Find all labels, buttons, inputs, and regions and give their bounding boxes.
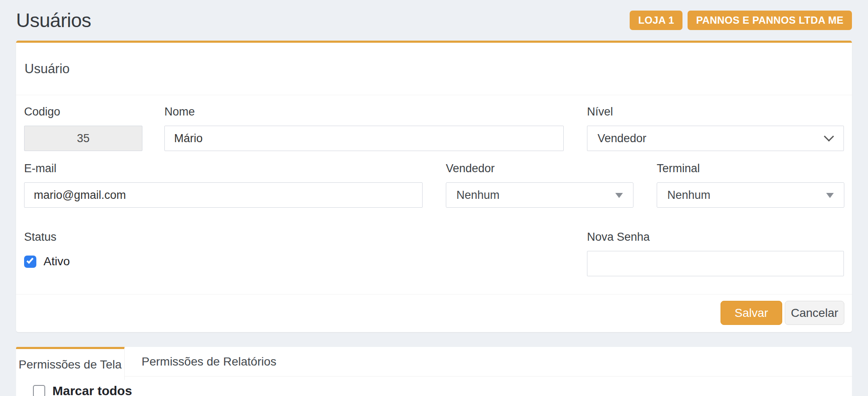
field-status: Status Ativo xyxy=(24,231,278,268)
status-label: Status xyxy=(24,231,278,244)
terminal-selected-value: Nenhum xyxy=(667,189,710,202)
tab-content-permissoes-de-tela: Marcar todos xyxy=(16,377,852,396)
nivel-select[interactable]: Vendedor xyxy=(587,126,844,151)
vendedor-label: Vendedor xyxy=(446,162,633,175)
codigo-input xyxy=(24,126,142,151)
select-all-checkbox[interactable] xyxy=(33,385,45,396)
email-label: E-mail xyxy=(24,162,423,175)
status-checkbox[interactable] xyxy=(24,256,36,268)
cancel-button[interactable]: Cancelar xyxy=(785,301,844,325)
store-badge-company[interactable]: PANNOS E PANNOS LTDA ME xyxy=(688,11,852,30)
terminal-select[interactable]: Nenhum xyxy=(657,182,844,208)
store-badges: LOJA 1 PANNOS E PANNOS LTDA ME xyxy=(630,11,852,30)
check-icon xyxy=(27,256,34,264)
field-codigo: Codigo xyxy=(24,105,142,151)
page-header: Usuários LOJA 1 PANNOS E PANNOS LTDA ME xyxy=(16,0,852,41)
status-ativo-checkbox-row[interactable]: Ativo xyxy=(24,255,278,268)
codigo-label: Codigo xyxy=(24,105,142,118)
select-all-label: Marcar todos xyxy=(52,384,132,396)
field-nivel: Nível Vendedor xyxy=(587,105,844,151)
nivel-label: Nível xyxy=(587,105,844,118)
nivel-selected-value: Vendedor xyxy=(598,132,647,145)
nova-senha-label: Nova Senha xyxy=(587,231,844,244)
field-nova-senha: Nova Senha xyxy=(587,231,844,276)
field-vendedor: Vendedor Nenhum xyxy=(446,162,633,208)
tab-permissoes-de-relatorios[interactable]: Permissões de Relatórios xyxy=(125,347,293,377)
users-page: Usuários LOJA 1 PANNOS E PANNOS LTDA ME … xyxy=(0,0,868,396)
field-nome: Nome xyxy=(164,105,564,151)
card-title: Usuário xyxy=(25,61,70,77)
terminal-label: Terminal xyxy=(657,162,844,175)
chevron-down-icon xyxy=(824,131,834,141)
page-title: Usuários xyxy=(16,9,91,32)
status-checkbox-label: Ativo xyxy=(44,255,70,268)
field-email: E-mail xyxy=(24,162,423,208)
vendedor-select[interactable]: Nenhum xyxy=(446,182,633,208)
vendedor-selected-value: Nenhum xyxy=(456,189,500,202)
permissions-tabs: Permissões de Tela Permissões de Relatór… xyxy=(16,347,852,396)
email-input[interactable] xyxy=(24,182,423,208)
caret-down-icon xyxy=(615,193,623,198)
nova-senha-input[interactable] xyxy=(587,251,844,276)
tabs-header: Permissões de Relatórios xyxy=(16,347,852,377)
card-header: Usuário xyxy=(16,43,852,95)
save-button[interactable]: Salvar xyxy=(721,301,782,325)
nome-label: Nome xyxy=(164,105,564,118)
nome-input[interactable] xyxy=(164,126,564,151)
select-all-checkbox-row[interactable]: Marcar todos xyxy=(33,384,843,396)
caret-down-icon xyxy=(826,193,834,198)
tab-label: Permissões de Tela xyxy=(19,358,122,371)
store-badge-loja[interactable]: LOJA 1 xyxy=(630,11,682,30)
footer-divider xyxy=(16,294,852,294)
field-terminal: Terminal Nenhum xyxy=(657,162,844,208)
tab-label: Permissões de Relatórios xyxy=(142,355,276,368)
user-form-card: Usuário Codigo Nome Nível Vendedor E-mai… xyxy=(16,41,852,332)
tab-permissoes-de-tela[interactable]: Permissões de Tela xyxy=(16,347,125,380)
